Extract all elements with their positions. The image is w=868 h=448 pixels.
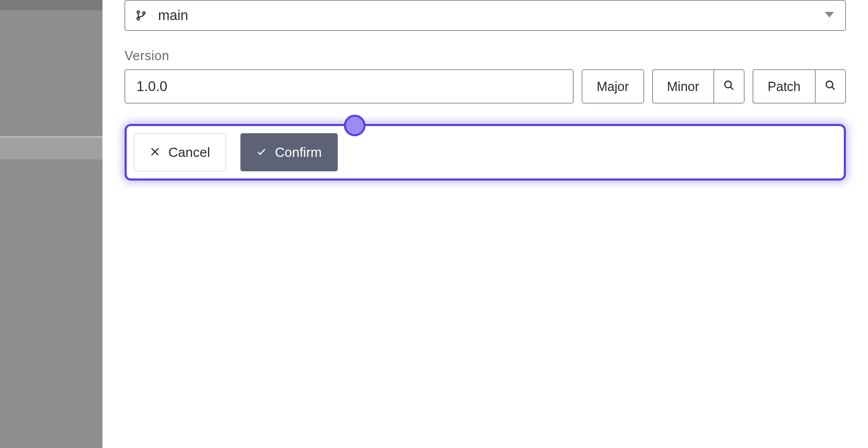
close-icon xyxy=(150,145,160,160)
svg-point-3 xyxy=(725,81,732,87)
caret-down-icon xyxy=(825,11,834,20)
highlight-indicator-dot xyxy=(344,115,366,136)
confirm-button[interactable]: Confirm xyxy=(240,133,338,171)
sidebar-header-strip xyxy=(0,0,102,10)
major-button[interactable]: Major xyxy=(582,69,644,103)
confirm-label: Confirm xyxy=(275,145,322,160)
svg-point-5 xyxy=(826,81,833,87)
patch-button[interactable]: Patch xyxy=(753,69,815,103)
search-icon xyxy=(723,79,735,94)
check-icon xyxy=(256,145,267,160)
branch-select[interactable]: main xyxy=(125,0,846,31)
version-input[interactable] xyxy=(125,69,574,103)
patch-search-button[interactable] xyxy=(815,69,846,103)
action-highlight-box: Cancel Confirm xyxy=(125,124,846,181)
sidebar-overlay xyxy=(0,0,102,448)
svg-point-2 xyxy=(143,12,145,14)
version-row: Major Minor Patch xyxy=(125,69,846,103)
svg-point-1 xyxy=(137,17,140,20)
svg-line-6 xyxy=(832,86,835,89)
cancel-button[interactable]: Cancel xyxy=(134,133,226,171)
search-icon xyxy=(825,79,836,94)
sidebar-active-item-bg xyxy=(0,137,102,159)
patch-button-group: Patch xyxy=(753,69,846,103)
branch-selected-value: main xyxy=(158,8,188,24)
minor-search-button[interactable] xyxy=(714,69,744,103)
git-branch-icon xyxy=(135,10,147,21)
svg-point-0 xyxy=(137,11,140,13)
main-panel: main Version Major Minor Patch xyxy=(102,0,868,448)
version-label: Version xyxy=(125,48,846,63)
cancel-label: Cancel xyxy=(168,145,210,160)
svg-line-4 xyxy=(731,86,734,89)
minor-button[interactable]: Minor xyxy=(652,69,714,103)
minor-button-group: Minor xyxy=(652,69,745,103)
